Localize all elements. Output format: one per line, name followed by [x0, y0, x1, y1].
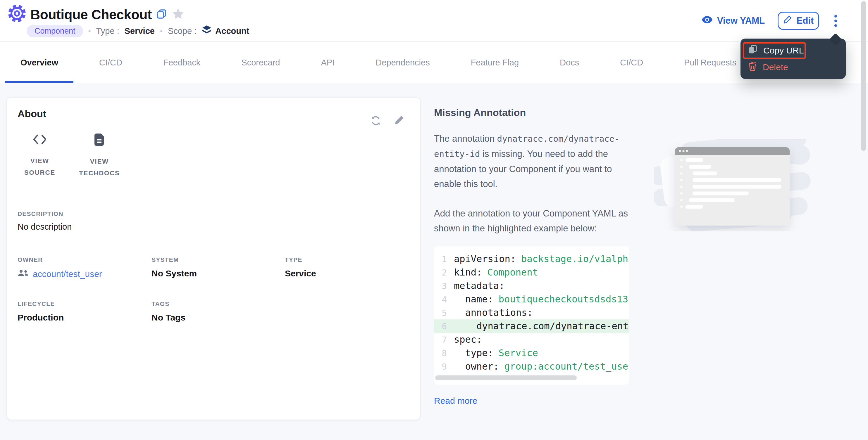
tab-dependencies[interactable]: Dependencies — [360, 42, 445, 83]
system-field: SYSTEM No System — [152, 256, 285, 279]
eye-icon — [702, 15, 712, 26]
about-field-grid: OWNER account/test_user SYSTEM No — [18, 256, 409, 323]
tags-value: No Tags — [152, 313, 285, 323]
type-field: TYPE Service — [285, 256, 409, 279]
description-value: No description — [18, 222, 409, 232]
component-gear-icon — [8, 5, 26, 25]
tags-label: TAGS — [152, 300, 285, 307]
view-techdocs-link[interactable]: VIEW TECHDOCS — [79, 134, 121, 179]
type-value: Service — [125, 26, 155, 36]
lifecycle-label: LIFECYCLE — [18, 300, 152, 307]
trash-icon — [748, 61, 757, 73]
code-line: 7spec: — [434, 333, 629, 346]
pencil-icon — [783, 15, 792, 26]
code-line: 1apiVersion:backstage.io/v1alph — [434, 252, 629, 266]
owner-label: OWNER — [18, 256, 152, 263]
lifecycle-value: Production — [18, 313, 152, 323]
document-icon — [94, 134, 104, 148]
system-label: SYSTEM — [152, 256, 285, 263]
lifecycle-field: LIFECYCLE Production — [18, 300, 152, 323]
code-line-highlighted: 6 dynatrace.com/dynatrace-ent — [434, 319, 629, 333]
copy-url-label: Copy URL — [763, 45, 804, 56]
delete-label: Delete — [763, 62, 788, 72]
tab-api[interactable]: API — [306, 42, 350, 83]
view-source-link[interactable]: VIEW SOURCE — [19, 134, 61, 179]
about-links: VIEW SOURCE VIEW TECHDOCS — [19, 134, 409, 179]
tab-feedback[interactable]: Feedback — [148, 42, 216, 83]
view-yaml-button[interactable]: View YAML — [702, 15, 765, 26]
scope-value-wrap: Account — [202, 25, 249, 37]
more-options-menu: Copy URL Delete — [741, 39, 846, 79]
missing-annotation-title: Missing Annotation — [434, 107, 633, 118]
favorite-star-icon[interactable] — [172, 8, 184, 22]
annotation-body-pre: The annotation — [434, 134, 497, 144]
code-line: 9 owner:group:account/test_use — [434, 360, 629, 373]
annotation-body-text: The annotation dynatrace.com/dynatrace-e… — [434, 131, 633, 191]
annotation-instruction: Add the annotation to your Component YAM… — [434, 206, 633, 236]
code-line: 2kind:Component — [434, 266, 629, 279]
component-detail-page: Boutique Checkout Component • Type : Ser… — [0, 0, 868, 440]
code-window-illustration — [654, 139, 811, 234]
system-value: No System — [152, 269, 285, 278]
code-line: 5 annotations: — [434, 306, 629, 319]
tab-bar: Overview CI/CD Feedback Scorecard API De… — [0, 42, 868, 83]
read-more-link[interactable]: Read more — [434, 396, 477, 406]
scope-label: Scope : — [168, 26, 196, 36]
tab-overview[interactable]: Overview — [5, 42, 73, 83]
yaml-code-block: 1apiVersion:backstage.io/v1alph 2kind:Co… — [434, 246, 629, 385]
owner-field: OWNER account/test_user — [18, 256, 152, 279]
vertical-scrollbar-thumb[interactable] — [861, 1, 866, 151]
about-title: About — [18, 108, 409, 120]
code-line: 3metadata: — [434, 279, 629, 293]
page-header: Boutique Checkout Component • Type : Ser… — [0, 0, 868, 42]
group-people-icon — [18, 269, 29, 279]
edit-about-pencil-icon[interactable] — [394, 115, 404, 129]
code-horizontal-scrollbar[interactable] — [435, 375, 577, 380]
copy-name-icon[interactable] — [157, 9, 166, 21]
refresh-icon[interactable] — [370, 115, 381, 129]
code-line: 8 type:Service — [434, 346, 629, 360]
view-techdocs-label: VIEW TECHDOCS — [79, 156, 121, 179]
separator-dot: • — [160, 27, 163, 36]
type-field-value: Service — [285, 269, 409, 278]
view-source-label: VIEW SOURCE — [19, 155, 61, 178]
about-card-actions — [370, 115, 404, 129]
more-options-button[interactable] — [830, 12, 841, 30]
header-actions: View YAML Edit — [702, 0, 841, 41]
code-line: 4 name:boutiquecheckoutsdsds13 — [434, 293, 629, 306]
code-icon — [32, 134, 48, 147]
title-row: Boutique Checkout — [8, 5, 184, 25]
scope-value: Account — [215, 26, 249, 36]
type-field-label: TYPE — [285, 256, 409, 263]
separator-dot: • — [88, 27, 91, 36]
tab-docs[interactable]: Docs — [545, 42, 594, 83]
menu-item-copy-url[interactable]: Copy URL — [741, 42, 846, 59]
tab-cicd-2[interactable]: CI/CD — [605, 42, 658, 83]
about-card: About — [6, 97, 421, 420]
view-yaml-label: View YAML — [717, 15, 765, 26]
tab-scorecard[interactable]: Scorecard — [226, 42, 295, 83]
kind-badge: Component — [27, 25, 83, 37]
copy-icon — [748, 45, 757, 56]
type-label: Type : — [96, 26, 119, 36]
menu-item-delete[interactable]: Delete — [741, 59, 846, 75]
entity-meta-row: Component • Type : Service • Scope : Acc… — [27, 23, 249, 39]
edit-button[interactable]: Edit — [778, 12, 819, 30]
tab-cicd[interactable]: CI/CD — [84, 42, 137, 83]
description-field: DESCRIPTION No description — [18, 210, 409, 232]
layers-icon — [202, 25, 212, 37]
edit-label: Edit — [797, 15, 814, 26]
tags-field: TAGS No Tags — [152, 300, 285, 323]
tab-pull-requests[interactable]: Pull Requests — [669, 42, 752, 83]
owner-link[interactable]: account/test_user — [33, 269, 102, 279]
page-title: Boutique Checkout — [30, 7, 152, 23]
missing-annotation-panel: Missing Annotation The annotation dynatr… — [434, 97, 633, 406]
description-label: DESCRIPTION — [18, 210, 409, 217]
tab-feature-flag[interactable]: Feature Flag — [456, 42, 534, 83]
